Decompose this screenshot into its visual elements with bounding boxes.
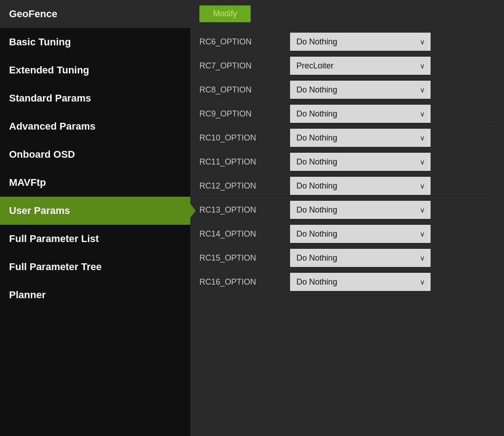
select-rc6[interactable]: Do NothingFlipSimple ModeRTLSave TrimSav… (290, 33, 431, 51)
param-row-rc15: RC15_OPTIONDo NothingFlipSimple ModeRTLS… (199, 246, 495, 270)
select-rc12[interactable]: Do NothingFlipSimple ModeRTLSave TrimSav… (290, 177, 431, 195)
param-label-rc12: RC12_OPTION (199, 181, 290, 191)
sidebar-item-basic-tuning[interactable]: Basic Tuning (0, 28, 190, 56)
param-row-rc8: RC8_OPTIONDo NothingFlipSimple ModeRTLSa… (199, 78, 495, 102)
select-wrapper-rc16: Do NothingFlipSimple ModeRTLSave TrimSav… (290, 273, 431, 291)
sidebar-item-mavftp[interactable]: MAVFtp (0, 169, 190, 197)
select-wrapper-rc8: Do NothingFlipSimple ModeRTLSave TrimSav… (290, 81, 431, 99)
sidebar-item-user-params[interactable]: User Params (0, 197, 190, 225)
sidebar-item-advanced-params[interactable]: Advanced Params (0, 112, 190, 140)
select-wrapper-rc6: Do NothingFlipSimple ModeRTLSave TrimSav… (290, 33, 431, 51)
modify-button[interactable]: Modify (199, 5, 251, 22)
select-wrapper-rc7: Do NothingFlipSimple ModeRTLSave TrimSav… (290, 57, 431, 75)
param-row-rc14: RC14_OPTIONDo NothingFlipSimple ModeRTLS… (199, 222, 495, 246)
select-wrapper-rc15: Do NothingFlipSimple ModeRTLSave TrimSav… (290, 249, 431, 267)
param-label-rc15: RC15_OPTION (199, 253, 290, 263)
params-list: RC6_OPTIONDo NothingFlipSimple ModeRTLSa… (190, 28, 504, 436)
sidebar-item-planner[interactable]: Planner (0, 281, 190, 309)
select-wrapper-rc14: Do NothingFlipSimple ModeRTLSave TrimSav… (290, 225, 431, 243)
param-label-rc6: RC6_OPTION (199, 37, 290, 47)
sidebar-item-full-parameter-tree[interactable]: Full Parameter Tree (0, 253, 190, 281)
param-row-rc13: RC13_OPTIONDo NothingFlipSimple ModeRTLS… (199, 198, 495, 222)
param-row-rc9: RC9_OPTIONDo NothingFlipSimple ModeRTLSa… (199, 102, 495, 126)
select-wrapper-rc11: Do NothingFlipSimple ModeRTLSave TrimSav… (290, 153, 431, 171)
main-content: Modify RC6_OPTIONDo NothingFlipSimple Mo… (190, 0, 504, 436)
param-row-rc11: RC11_OPTIONDo NothingFlipSimple ModeRTLS… (199, 150, 495, 174)
param-label-rc16: RC16_OPTION (199, 277, 290, 287)
sidebar-item-extended-tuning[interactable]: Extended Tuning (0, 56, 190, 84)
param-label-rc14: RC14_OPTION (199, 229, 290, 239)
select-rc11[interactable]: Do NothingFlipSimple ModeRTLSave TrimSav… (290, 153, 431, 171)
param-label-rc10: RC10_OPTION (199, 133, 290, 143)
sidebar-item-standard-params[interactable]: Standard Params (0, 84, 190, 112)
modify-button-container: Modify (190, 0, 504, 28)
param-row-rc12: RC12_OPTIONDo NothingFlipSimple ModeRTLS… (199, 174, 495, 198)
select-rc14[interactable]: Do NothingFlipSimple ModeRTLSave TrimSav… (290, 225, 431, 243)
param-row-rc7: RC7_OPTIONDo NothingFlipSimple ModeRTLSa… (199, 54, 495, 78)
param-label-rc7: RC7_OPTION (199, 61, 290, 71)
select-rc7[interactable]: Do NothingFlipSimple ModeRTLSave TrimSav… (290, 57, 431, 75)
select-wrapper-rc9: Do NothingFlipSimple ModeRTLSave TrimSav… (290, 105, 431, 123)
param-row-rc16: RC16_OPTIONDo NothingFlipSimple ModeRTLS… (199, 270, 495, 294)
select-wrapper-rc10: Do NothingFlipSimple ModeRTLSave TrimSav… (290, 129, 431, 147)
param-label-rc11: RC11_OPTION (199, 157, 290, 167)
select-rc8[interactable]: Do NothingFlipSimple ModeRTLSave TrimSav… (290, 81, 431, 99)
param-label-rc8: RC8_OPTION (199, 85, 290, 95)
select-rc13[interactable]: Do NothingFlipSimple ModeRTLSave TrimSav… (290, 201, 431, 219)
sidebar: GeoFenceBasic TuningExtended TuningStand… (0, 0, 190, 436)
select-wrapper-rc12: Do NothingFlipSimple ModeRTLSave TrimSav… (290, 177, 431, 195)
sidebar-item-full-parameter-list[interactable]: Full Parameter List (0, 225, 190, 253)
param-label-rc9: RC9_OPTION (199, 109, 290, 119)
select-rc9[interactable]: Do NothingFlipSimple ModeRTLSave TrimSav… (290, 105, 431, 123)
sidebar-item-geofence[interactable]: GeoFence (0, 0, 190, 28)
param-row-rc10: RC10_OPTIONDo NothingFlipSimple ModeRTLS… (199, 126, 495, 150)
param-label-rc13: RC13_OPTION (199, 205, 290, 215)
select-wrapper-rc13: Do NothingFlipSimple ModeRTLSave TrimSav… (290, 201, 431, 219)
select-rc16[interactable]: Do NothingFlipSimple ModeRTLSave TrimSav… (290, 273, 431, 291)
select-rc15[interactable]: Do NothingFlipSimple ModeRTLSave TrimSav… (290, 249, 431, 267)
select-rc10[interactable]: Do NothingFlipSimple ModeRTLSave TrimSav… (290, 129, 431, 147)
param-row-rc6: RC6_OPTIONDo NothingFlipSimple ModeRTLSa… (199, 30, 495, 54)
sidebar-item-onboard-osd[interactable]: Onboard OSD (0, 140, 190, 169)
